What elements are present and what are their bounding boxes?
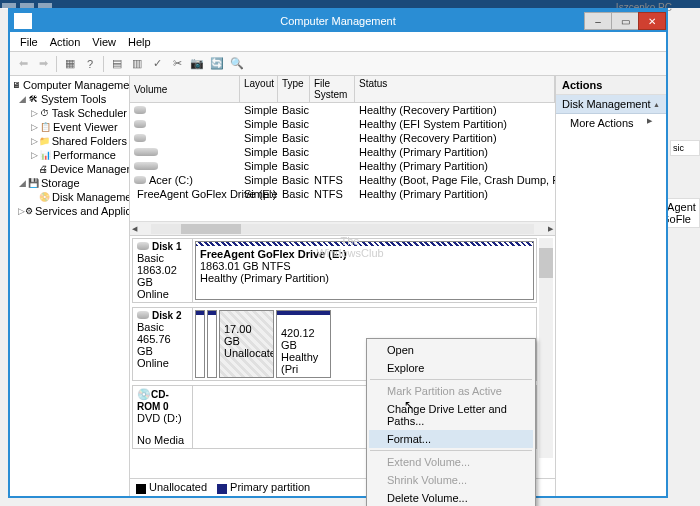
menu-view[interactable]: View xyxy=(86,34,122,50)
forward-button[interactable]: ➡ xyxy=(34,55,52,73)
event-icon: 📋 xyxy=(39,121,51,133)
cut-button[interactable]: ✂ xyxy=(168,55,186,73)
volume-list[interactable]: Volume Layout Type File System Status Si… xyxy=(130,76,555,236)
ctx-shrink[interactable]: Shrink Volume... xyxy=(369,471,533,489)
services-icon: ⚙ xyxy=(25,205,33,217)
ctx-format[interactable]: Format... xyxy=(369,430,533,448)
volume-row[interactable]: SimpleBasicHealthy (Primary Partition) xyxy=(130,159,555,173)
collapse-icon: ▲ xyxy=(653,101,660,108)
computer-management-window: 🖥 Computer Management – ▭ ✕ File Action … xyxy=(8,8,668,498)
disk-2-small-partition-2[interactable] xyxy=(207,310,217,378)
help-button[interactable]: ? xyxy=(81,55,99,73)
col-filesystem[interactable]: File System xyxy=(310,76,355,102)
taskbar-fragment xyxy=(0,0,700,8)
tree-root[interactable]: 🖥Computer Management (Local xyxy=(12,78,127,92)
view-bottom-button[interactable]: ▥ xyxy=(128,55,146,73)
window-title: Computer Management xyxy=(280,15,396,27)
ctx-delete[interactable]: Delete Volume... xyxy=(369,489,533,506)
background-window-fragment: sic xyxy=(670,140,700,156)
legend-primary-swatch xyxy=(217,484,227,494)
ctx-open[interactable]: Open xyxy=(369,341,533,359)
volume-row[interactable]: SimpleBasicHealthy (Recovery Partition) xyxy=(130,131,555,145)
actions-more-actions[interactable]: More Actions▶ xyxy=(556,114,666,132)
volume-row[interactable]: Acer (C:)SimpleBasicNTFSHealthy (Boot, P… xyxy=(130,173,555,187)
find-button[interactable]: 🔍 xyxy=(228,55,246,73)
disk-1-label: Disk 1 Basic 1863.02 GB Online xyxy=(133,239,193,302)
volume-row[interactable]: SimpleBasicHealthy (EFI System Partition… xyxy=(130,117,555,131)
horizontal-scrollbar[interactable]: ◀▶ xyxy=(130,221,555,235)
col-volume[interactable]: Volume xyxy=(130,76,240,102)
maximize-button[interactable]: ▭ xyxy=(611,12,639,30)
actions-pane: Actions Disk Management▲ More Actions▶ xyxy=(556,76,666,496)
tree-performance[interactable]: ▷📊Performance xyxy=(12,148,127,162)
back-button[interactable]: ⬅ xyxy=(14,55,32,73)
volume-list-header[interactable]: Volume Layout Type File System Status xyxy=(130,76,555,103)
tools-icon: 🛠 xyxy=(27,93,39,105)
minimize-button[interactable]: – xyxy=(584,12,612,30)
clock-icon: ⏱ xyxy=(38,107,49,119)
tree-storage[interactable]: ◢💾Storage xyxy=(12,176,127,190)
menu-help[interactable]: Help xyxy=(122,34,157,50)
tree-shared-folders[interactable]: ▷📁Shared Folders xyxy=(12,134,127,148)
folder-icon: 📁 xyxy=(38,135,49,147)
perf-icon: 📊 xyxy=(39,149,51,161)
app-icon: 🖥 xyxy=(14,13,32,29)
close-button[interactable]: ✕ xyxy=(638,12,666,30)
device-icon: 🖨 xyxy=(39,163,48,175)
volume-row[interactable]: SimpleBasicHealthy (Primary Partition) xyxy=(130,145,555,159)
col-status[interactable]: Status xyxy=(355,76,555,102)
ctx-extend[interactable]: Extend Volume... xyxy=(369,453,533,471)
ctx-mark-active[interactable]: Mark Partition as Active xyxy=(369,382,533,400)
computer-icon: 🖥 xyxy=(12,79,21,91)
chevron-right-icon: ▶ xyxy=(647,117,652,129)
refresh-button[interactable]: 📷 xyxy=(188,55,206,73)
tree-services[interactable]: ▷⚙Services and Applications xyxy=(12,204,127,218)
view-top-button[interactable]: ▤ xyxy=(108,55,126,73)
actions-header: Actions xyxy=(556,76,666,95)
disk-1-partition-e[interactable]: FreeAgent GoFlex Drive (E:) 1863.01 GB N… xyxy=(195,241,534,300)
cdrom-label: 💿CD-ROM 0 DVD (D:) No Media xyxy=(133,386,193,448)
tree-event-viewer[interactable]: ▷📋Event Viewer xyxy=(12,120,127,134)
toolbar: ⬅ ➡ ▦ ? ▤ ▥ ✓ ✂ 📷 🔄 🔍 xyxy=(10,52,666,76)
menu-action[interactable]: Action xyxy=(44,34,87,50)
ctx-change-letter[interactable]: Change Drive Letter and Paths... xyxy=(369,400,533,430)
rescan-button[interactable]: 🔄 xyxy=(208,55,226,73)
tree-device-manager[interactable]: 🖨Device Manager xyxy=(12,162,127,176)
titlebar[interactable]: 🖥 Computer Management – ▭ ✕ xyxy=(10,10,666,32)
tree-disk-management[interactable]: 📀Disk Management xyxy=(12,190,127,204)
context-menu: Open Explore Mark Partition as Active Ch… xyxy=(366,338,536,506)
ctx-explore[interactable]: Explore xyxy=(369,359,533,377)
disk-1-row[interactable]: Disk 1 Basic 1863.02 GB Online FreeAgent… xyxy=(132,238,537,303)
menubar: File Action View Help xyxy=(10,32,666,52)
tree-system-tools[interactable]: ◢🛠System Tools xyxy=(12,92,127,106)
disk-2-label: Disk 2 Basic 465.76 GB Online xyxy=(133,308,193,380)
disk-2-small-partition-1[interactable] xyxy=(195,310,205,378)
storage-icon: 💾 xyxy=(27,177,39,189)
volume-row[interactable]: FreeAgent GoFlex Drive (E:)SimpleBasicNT… xyxy=(130,187,555,201)
menu-file[interactable]: File xyxy=(14,34,44,50)
console-tree[interactable]: 🖥Computer Management (Local ◢🛠System Too… xyxy=(10,76,130,496)
vertical-scrollbar[interactable] xyxy=(539,238,553,458)
disk-2-unallocated[interactable]: 17.00 GBUnallocated xyxy=(219,310,274,378)
col-layout[interactable]: Layout xyxy=(240,76,278,102)
actions-section-disk-management[interactable]: Disk Management▲ xyxy=(556,95,666,114)
disk-icon: 📀 xyxy=(39,191,50,203)
legend-unallocated-swatch xyxy=(136,484,146,494)
settings-button[interactable]: ✓ xyxy=(148,55,166,73)
tree-task-scheduler[interactable]: ▷⏱Task Scheduler xyxy=(12,106,127,120)
show-hide-tree-button[interactable]: ▦ xyxy=(61,55,79,73)
disk-2-partition[interactable]: 420.12 GBHealthy (Pri xyxy=(276,310,331,378)
col-type[interactable]: Type xyxy=(278,76,310,102)
volume-row[interactable]: SimpleBasicHealthy (Recovery Partition) xyxy=(130,103,555,117)
